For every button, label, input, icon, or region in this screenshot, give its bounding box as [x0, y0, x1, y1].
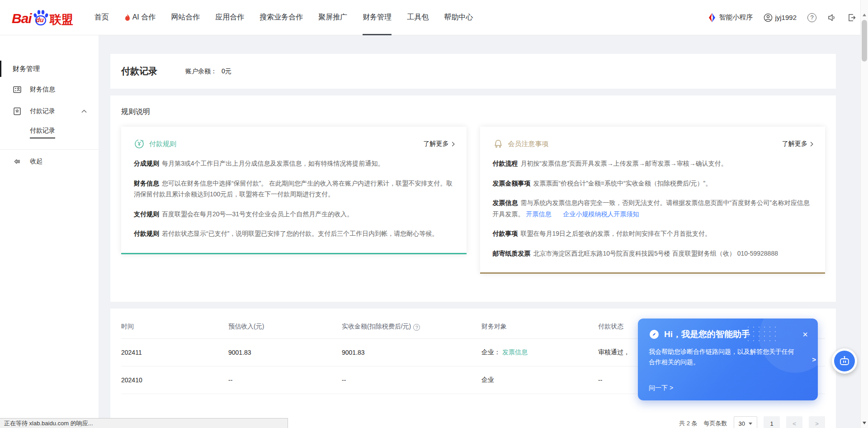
help-icon[interactable]: ?	[807, 13, 816, 22]
rule-item: 付款事项联盟在每月19日之后签收的发票，付款时间安排在下个月首批支付。	[493, 228, 813, 239]
invoice-info-table-link[interactable]: 发票信息	[502, 348, 528, 356]
chevron-up-icon	[81, 109, 87, 113]
assistant-title: Hi，我是您的智能助手	[664, 328, 750, 340]
browser-status-bar: 正在等待 xlab.baidu.com 的响应...	[0, 418, 288, 428]
rule-item: 支付规则百度联盟会在每月20号—31号支付企业会员上个自然月产生的收入。	[134, 209, 454, 220]
ask-now-link[interactable]: 问一下 >	[649, 384, 673, 392]
chevron-right-icon	[809, 142, 813, 146]
logo-text-du: du	[36, 16, 44, 24]
compass-icon	[649, 329, 660, 340]
sidebar-item-finance-info[interactable]: 财务信息	[0, 79, 99, 100]
help-circle-icon[interactable]: ?	[413, 324, 420, 331]
robot-icon	[834, 351, 855, 371]
invoice-info-link[interactable]: 开票信息	[526, 210, 551, 218]
popup-edge-arrow-icon[interactable]: >	[812, 356, 816, 363]
total-count: 共 2 条	[679, 419, 697, 428]
rule-item: 发票金额事项发票票面“价税合计”金额=系统中“实收金额（扣除税费后/元）”。	[493, 178, 813, 189]
cell-time: 202411	[121, 338, 228, 366]
cell-actual: 9001.83	[342, 338, 481, 366]
col-actual-amount: 实收金额(扣除税费后/元)?	[342, 315, 481, 338]
scroll-down-icon[interactable]	[863, 422, 866, 424]
assistant-popup: Hi，我是您的智能助手 × 我会帮助您诊断合作链路问题，以及解答您关于任何合作相…	[638, 319, 818, 400]
sidebar-collapse-button[interactable]: 收起	[0, 150, 99, 173]
per-page-select[interactable]: 30	[734, 416, 757, 428]
page-header-panel: 付款记录 账户余额：0元	[110, 54, 836, 89]
account-balance: 账户余额：0元	[185, 67, 231, 76]
logo-text-union: 联盟	[50, 14, 73, 26]
paw-icon: du	[33, 9, 49, 26]
pagination: 共 2 条 每页条数 30 1 < >	[679, 416, 825, 428]
nav-item-search-biz[interactable]: 搜索业务合作	[252, 0, 311, 35]
page-title: 付款记录	[121, 65, 157, 77]
page-number[interactable]: 1	[764, 416, 780, 428]
cell-entity: 企业	[481, 366, 598, 394]
assistant-message: 我会帮助您诊断合作链路问题，以及解答您关于任何合作相关的问题。	[649, 347, 794, 367]
rule-item: 财务信息您可以在财务信息中选择“保留付款”。 在此期间您产生的收入将在账户内进行…	[134, 178, 454, 200]
sidebar: 财务管理 财务信息 付款记录 付款记录 收起	[0, 35, 99, 428]
sidebar-subitem-payment-record[interactable]: 付款记录	[0, 122, 99, 143]
rule-item: 发票信息需与系统内发票信息内容完全一致，否则无法支付。请根据发票信息页面中“百度…	[493, 197, 813, 219]
rule-item: 付款规则若付款状态显示“已支付”，说明联盟已安排了您的付款。支付后三个工作日内到…	[134, 228, 454, 239]
logout-icon[interactable]	[847, 13, 856, 22]
cell-time: 202410	[121, 366, 228, 394]
status-text: 正在等待 xlab.baidu.com 的响应...	[4, 419, 93, 428]
cell-estimated: --	[228, 366, 342, 394]
col-estimated-income: 预估收入(元)	[228, 315, 342, 338]
bell-icon	[493, 138, 504, 149]
finance-info-icon	[13, 85, 22, 94]
chevron-right-icon	[450, 142, 454, 146]
cell-estimated: 9001.83	[228, 338, 342, 366]
rule-item: 分成规则每月第3或4个工作日产出上月分成信息及发票信息，如有特殊情况将提前通知。	[134, 158, 454, 169]
sound-icon[interactable]	[827, 13, 836, 22]
balance-value: 0元	[222, 67, 231, 75]
smart-miniprogram-entry[interactable]: 智能小程序	[708, 13, 753, 22]
payment-record-icon	[13, 107, 22, 116]
nav-item-finance[interactable]: 财务管理	[355, 0, 399, 35]
nav-item-help-center[interactable]: 帮助中心	[436, 0, 481, 35]
user-icon	[764, 13, 773, 22]
nav-item-toolkit[interactable]: 工具包	[399, 0, 436, 35]
rules-panel: 规则说明 付款规则 了解更多 分成规则每月第3或4个工作日产出上月分成信息及发票…	[110, 95, 836, 302]
top-navbar: Bai du 联盟 首页 AI 合作 网站合作 应用合作 搜索业务合作 聚屏推广…	[0, 0, 868, 35]
nav-item-website[interactable]: 网站合作	[163, 0, 208, 35]
scroll-up-icon[interactable]	[863, 14, 866, 16]
nav-item-ai[interactable]: AI 合作	[117, 0, 164, 35]
caret-down-icon	[749, 423, 752, 425]
learn-more-link-payment[interactable]: 了解更多	[424, 140, 454, 148]
col-finance-entity: 财务对象	[481, 315, 598, 338]
small-taxpayer-guide-link[interactable]: 企业小规模纳税人开票须知	[563, 210, 639, 218]
nav-right-cluster: 智能小程序 jyj1992 ?	[708, 13, 856, 22]
flame-icon	[124, 14, 131, 22]
rule-item: 邮寄纸质发票北京市海淀区西北旺东路10号院百度科技园5号楼 百度联盟财务组（收）…	[493, 248, 813, 259]
nav-item-screen-ads[interactable]: 聚屏推广	[311, 0, 355, 35]
coin-yuan-icon	[134, 138, 145, 149]
miniprogram-icon	[708, 13, 716, 22]
rule-item: 付款流程月初按“发票信息”页面开具发票→上传发票→邮寄发票→审核→确认支付。	[493, 158, 813, 169]
nav-menu: 首页 AI 合作 网站合作 应用合作 搜索业务合作 聚屏推广 财务管理 工具包 …	[87, 0, 481, 35]
member-notice-card: 会员注意事项 了解更多 付款流程月初按“发票信息”页面开具发票→上传发票→邮寄发…	[480, 127, 826, 274]
nav-item-app[interactable]: 应用合作	[208, 0, 252, 35]
assistant-float-button[interactable]	[832, 348, 857, 374]
per-page-label: 每页条数	[704, 419, 727, 428]
cell-entity: 企业： 发票信息	[481, 338, 598, 366]
sidebar-title: 财务管理	[0, 59, 99, 79]
user-account[interactable]: jyj1992	[764, 13, 797, 22]
rules-section-title: 规则说明	[121, 107, 825, 117]
payment-rules-card: 付款规则 了解更多 分成规则每月第3或4个工作日产出上月分成信息及发票信息，如有…	[121, 127, 467, 254]
col-time: 时间	[121, 315, 228, 338]
sidebar-item-payment-record[interactable]: 付款记录	[0, 100, 99, 122]
prev-page-button[interactable]: <	[786, 416, 802, 428]
card-title-member-notice: 会员注意事项	[508, 140, 549, 148]
card-title-payment-rules: 付款规则	[149, 140, 176, 148]
cell-actual: --	[342, 366, 481, 394]
learn-more-link-member[interactable]: 了解更多	[782, 140, 812, 148]
logo-text-bai: Bai	[12, 11, 32, 26]
collapse-icon	[13, 157, 22, 166]
vertical-scrollbar[interactable]	[860, 0, 868, 428]
baidu-union-logo[interactable]: Bai du 联盟	[12, 9, 73, 26]
nav-item-home[interactable]: 首页	[87, 0, 117, 35]
scrollbar-thumb[interactable]	[862, 20, 867, 62]
next-page-button[interactable]: >	[809, 416, 825, 428]
close-icon[interactable]: ×	[802, 330, 808, 339]
